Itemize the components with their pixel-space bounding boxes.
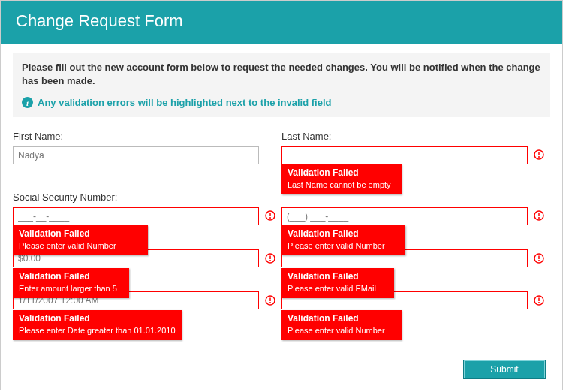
svg-point-20 xyxy=(538,302,540,303)
tooltip-msg: Please enter valid Number xyxy=(288,240,399,251)
amount-error-tooltip: Validation Failed Enter amount larger th… xyxy=(13,268,129,298)
date-error-tooltip: Validation Failed Please enter Date grea… xyxy=(13,310,182,340)
phone-input[interactable] xyxy=(281,207,528,225)
tooltip-head: Validation Failed xyxy=(19,313,176,325)
validation-hint: i Any validation errors will be highligh… xyxy=(22,97,541,108)
first-name-label: First Name: xyxy=(13,131,259,142)
phone-error-tooltip: Validation Failed Please enter valid Num… xyxy=(281,225,405,255)
ssn-error-tooltip: Validation Failed Please enter valid Num… xyxy=(13,225,148,255)
page-title: Change Request Form xyxy=(1,1,562,44)
last-name-input[interactable] xyxy=(281,146,528,164)
idnum-error-tooltip: Validation Failed Please enter valid Num… xyxy=(281,310,402,340)
error-icon xyxy=(534,149,544,160)
tooltip-msg: Please enter Date greater than 01.01.201… xyxy=(19,325,176,336)
error-icon xyxy=(265,253,275,264)
last-name-label: Last Name: xyxy=(281,131,528,142)
ssn-input[interactable] xyxy=(13,207,259,225)
tooltip-msg: Enter amount larger than 5 xyxy=(19,283,123,294)
instructions-text: Please fill out the new account form bel… xyxy=(22,61,541,88)
error-icon xyxy=(534,295,544,306)
svg-point-8 xyxy=(538,217,540,219)
last-name-error-tooltip: Validation Failed Last Name cannot be em… xyxy=(281,164,402,194)
error-icon xyxy=(534,210,544,221)
svg-point-11 xyxy=(269,260,271,261)
tooltip-head: Validation Failed xyxy=(288,167,396,179)
error-icon xyxy=(265,295,275,306)
svg-point-14 xyxy=(538,260,540,261)
email-error-tooltip: Validation Failed Please enter valid EMa… xyxy=(281,268,394,298)
validation-hint-text: Any validation errors will be highlighte… xyxy=(38,97,332,108)
tooltip-head: Validation Failed xyxy=(288,271,388,283)
window: Change Request Form Please fill out the … xyxy=(0,0,563,390)
instructions-panel: Please fill out the new account form bel… xyxy=(13,53,550,117)
error-icon xyxy=(534,253,544,264)
svg-point-5 xyxy=(269,217,271,219)
tooltip-msg: Please enter valid Number xyxy=(19,240,142,251)
first-name-input[interactable] xyxy=(13,146,259,164)
tooltip-head: Validation Failed xyxy=(288,228,399,240)
info-icon: i xyxy=(22,97,33,108)
tooltip-head: Validation Failed xyxy=(288,313,396,325)
svg-point-17 xyxy=(269,302,271,303)
tooltip-msg: Please enter valid Number xyxy=(288,325,396,336)
submit-button[interactable]: Submit xyxy=(463,360,546,379)
error-icon xyxy=(265,210,275,221)
svg-point-2 xyxy=(538,156,540,158)
ssn-label: Social Security Number: xyxy=(13,191,259,203)
tooltip-msg: Last Name cannot be empty xyxy=(288,179,396,190)
form: First Name: Last Name: Validation Failed… xyxy=(1,125,562,309)
tooltip-msg: Please enter valid EMail xyxy=(288,283,388,294)
tooltip-head: Validation Failed xyxy=(19,228,142,240)
tooltip-head: Validation Failed xyxy=(19,271,123,283)
